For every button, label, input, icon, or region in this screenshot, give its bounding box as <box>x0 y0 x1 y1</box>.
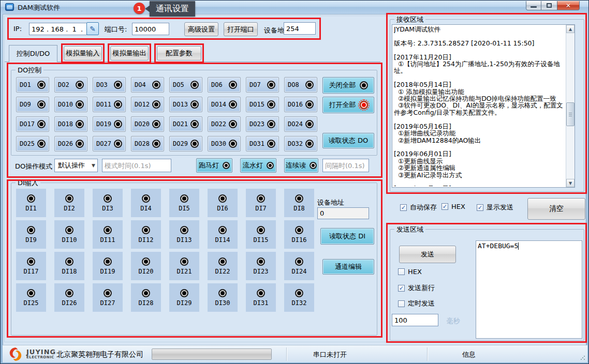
tab-analog-output[interactable]: 模拟量输出 <box>110 46 149 60</box>
do-channel-button[interactable]: DO31 <box>246 136 279 151</box>
tab-control-dido[interactable]: 控制DI/DO <box>9 45 57 62</box>
open-port-button[interactable]: 打开端口 <box>224 22 258 36</box>
di-channel-cell[interactable]: DI15 <box>246 220 276 249</box>
checkbox-unchecked-icon[interactable] <box>398 300 405 307</box>
do-channel-button[interactable]: DO32 <box>284 136 317 151</box>
do-channel-button[interactable]: DO12 <box>131 97 164 112</box>
rx-hex-checkbox[interactable]: ✓ HEX <box>441 203 465 210</box>
di-channel-cell[interactable]: DI28 <box>131 283 161 312</box>
di-channel-cell[interactable]: DI11 <box>93 220 123 249</box>
checkbox-checked-icon[interactable]: ✓ <box>398 285 405 292</box>
send-newline-checkbox[interactable]: ✓ 发送新行 <box>398 283 435 293</box>
do-channel-button[interactable]: DO23 <box>246 116 279 132</box>
di-channel-cell[interactable]: DI31 <box>246 283 276 312</box>
marquee-button[interactable]: 跑马灯 <box>196 158 232 173</box>
read-do-status-button[interactable]: 读取状态 DO <box>322 133 374 148</box>
port-input[interactable] <box>132 23 169 35</box>
di-channel-cell[interactable]: DI29 <box>169 283 199 312</box>
do-channel-button[interactable]: DO24 <box>284 116 317 132</box>
send-interval-input[interactable] <box>392 314 438 326</box>
di-channel-cell[interactable]: DI18 <box>54 252 84 280</box>
flow-light-button[interactable]: 流水灯 <box>240 158 276 173</box>
di-channel-cell[interactable]: DI23 <box>246 252 276 280</box>
mode-time-input[interactable] <box>102 159 171 172</box>
checkbox-checked-icon[interactable]: ✓ <box>441 203 448 210</box>
minimize-button[interactable] <box>526 1 541 10</box>
do-channel-button[interactable]: DO4 <box>131 77 164 93</box>
close-button[interactable]: ✕ <box>557 1 580 10</box>
receive-log-area[interactable]: JYDAM调试软件 版本号: 2.3.7315.28527 [2020-01-1… <box>392 24 575 188</box>
scroll-down-icon[interactable]: ▼ <box>566 179 575 187</box>
di-channel-cell[interactable]: DI10 <box>54 220 84 249</box>
tab-config-params[interactable]: 配置参数 <box>157 46 201 60</box>
do-channel-button[interactable]: DO19 <box>93 116 126 132</box>
receive-scrollbar[interactable]: ▲ ▼ <box>566 25 575 187</box>
di-channel-cell[interactable]: DI32 <box>284 283 314 312</box>
device-addr-input[interactable] <box>284 22 316 35</box>
send-button[interactable]: 发送 <box>399 246 456 263</box>
do-channel-button[interactable]: DO20 <box>131 116 164 132</box>
di-channel-cell[interactable]: DI20 <box>131 252 161 280</box>
interval-input[interactable] <box>322 159 369 172</box>
scrollbar-thumb[interactable] <box>566 102 575 126</box>
channel-edit-button[interactable]: 通道编辑 <box>322 259 374 275</box>
di-channel-cell[interactable]: DI14 <box>208 220 238 249</box>
continuous-read-button[interactable]: 连续读 <box>284 158 318 173</box>
maximize-button[interactable] <box>541 1 557 10</box>
di-channel-cell[interactable]: DI7 <box>246 189 276 217</box>
di-channel-cell[interactable]: DI8 <box>284 189 314 217</box>
do-channel-button[interactable]: DO30 <box>208 136 241 151</box>
show-send-checkbox[interactable]: ✓ 显示发送 <box>477 203 513 212</box>
do-channel-button[interactable]: DO8 <box>284 77 317 93</box>
do-mode-select[interactable]: 默认操作 ▼ <box>54 159 98 172</box>
do-channel-button[interactable]: DO16 <box>284 97 317 112</box>
do-channel-button[interactable]: DO25 <box>16 136 49 151</box>
di-channel-cell[interactable]: DI30 <box>208 283 238 312</box>
close-all-button[interactable]: 关闭全部 <box>322 77 374 94</box>
tx-hex-checkbox[interactable]: HEX <box>398 268 422 276</box>
ip-input[interactable] <box>29 23 87 35</box>
di-channel-cell[interactable]: DI17 <box>16 252 46 280</box>
do-channel-button[interactable]: DO7 <box>246 77 279 93</box>
advanced-settings-button[interactable]: 高级设置 <box>184 22 218 36</box>
di-channel-cell[interactable]: DI4 <box>131 189 161 217</box>
do-channel-button[interactable]: DO28 <box>131 136 164 151</box>
di-channel-cell[interactable]: DI16 <box>284 220 314 249</box>
do-channel-button[interactable]: DO6 <box>208 77 241 93</box>
do-channel-button[interactable]: DO17 <box>16 116 49 132</box>
do-channel-button[interactable]: DO26 <box>54 136 87 151</box>
di-channel-cell[interactable]: DI19 <box>93 252 123 280</box>
do-channel-button[interactable]: DO27 <box>93 136 126 151</box>
di-channel-cell[interactable]: DI9 <box>16 220 46 249</box>
checkbox-checked-icon[interactable]: ✓ <box>400 204 407 211</box>
do-channel-button[interactable]: DO29 <box>169 136 202 151</box>
do-channel-button[interactable]: DO18 <box>54 116 87 132</box>
do-channel-button[interactable]: DO3 <box>93 77 126 93</box>
do-channel-button[interactable]: DO10 <box>54 97 87 112</box>
open-all-button[interactable]: 打开全部 <box>322 97 374 113</box>
di-channel-cell[interactable]: DI21 <box>169 252 199 280</box>
do-channel-button[interactable]: DO5 <box>169 77 202 93</box>
send-content-textarea[interactable]: AT+DEBUG=5 <box>476 240 582 339</box>
do-channel-button[interactable]: DO11 <box>93 97 126 112</box>
clear-button[interactable]: 清空 <box>527 198 585 220</box>
do-channel-button[interactable]: DO2 <box>54 77 87 93</box>
titlebar[interactable]: DAM测试软件 ✕ <box>1 1 588 14</box>
do-channel-button[interactable]: DO22 <box>208 116 241 132</box>
ip-edit-button[interactable]: ✎ <box>86 22 99 35</box>
do-channel-button[interactable]: DO21 <box>169 116 202 132</box>
di-channel-cell[interactable]: DI6 <box>208 189 238 217</box>
do-channel-button[interactable]: DO15 <box>246 97 279 112</box>
scroll-up-icon[interactable]: ▲ <box>566 25 575 33</box>
di-channel-cell[interactable]: DI24 <box>284 252 314 280</box>
di-channel-cell[interactable]: DI1 <box>16 189 46 217</box>
read-di-status-button[interactable]: 读取状态 DI <box>320 228 374 245</box>
di-channel-cell[interactable]: DI5 <box>169 189 199 217</box>
do-channel-button[interactable]: DO9 <box>16 97 49 112</box>
do-channel-button[interactable]: DO13 <box>169 97 202 112</box>
di-channel-cell[interactable]: DI22 <box>208 252 238 280</box>
di-channel-cell[interactable]: DI26 <box>54 283 84 312</box>
timed-send-checkbox[interactable]: 定时发送 <box>398 299 435 308</box>
auto-save-checkbox[interactable]: ✓ 自动保存 <box>400 203 437 212</box>
di-channel-cell[interactable]: DI27 <box>93 283 123 312</box>
